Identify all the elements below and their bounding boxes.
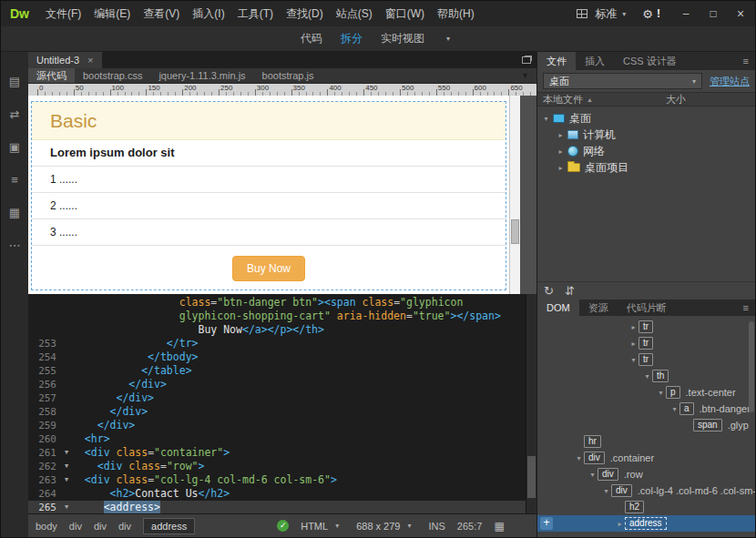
chevron-expanded-icon[interactable]: ▾ — [642, 372, 652, 381]
chevron-expanded-icon[interactable]: ▾ — [574, 454, 584, 462]
chevron-collapsed-icon[interactable]: ▸ — [556, 147, 566, 156]
files-tree-item-1[interactable]: ▸计算机 — [537, 127, 755, 143]
menu-item-3[interactable]: 插入(I) — [186, 6, 230, 22]
code-line-254[interactable]: 254 </tbody> — [28, 350, 536, 364]
assets-icon[interactable]: ▦ — [9, 207, 20, 218]
fold-marker-icon[interactable]: ▼ — [61, 460, 72, 473]
chevron-expanded-icon[interactable]: ▾ — [541, 115, 551, 123]
code-scrollbar[interactable] — [526, 294, 536, 513]
dom-node-div-9[interactable]: ▾div.row — [537, 466, 755, 482]
dom-node-span-6[interactable]: span.glyp — [537, 417, 755, 433]
chevron-expanded-icon[interactable]: ▾ — [601, 487, 611, 495]
dom-node-p-4[interactable]: ▾p.text-center — [537, 384, 755, 401]
dom-node-tr-0[interactable]: ▸tr — [537, 319, 755, 335]
design-view[interactable]: Basic Lorem ipsum dolor sit 1 ......2 ..… — [28, 96, 536, 294]
chevron-expanded-icon[interactable]: ▾ — [587, 471, 598, 479]
dom-node-tr-2[interactable]: ▾tr — [537, 351, 755, 368]
dom-node-h2-11[interactable]: h2 — [537, 499, 755, 515]
code-line-253[interactable]: 253 </tr> — [28, 337, 536, 350]
fold-marker-icon[interactable]: ▼ — [61, 501, 72, 513]
view-mode-0[interactable]: 代码 — [301, 31, 322, 46]
code-navigator-icon[interactable]: ⇄ — [10, 108, 20, 120]
code-line[interactable]: class="btn-danger btn"><span class="glyp… — [28, 296, 536, 310]
dom-panel-menu-icon[interactable]: ≡ — [737, 299, 755, 316]
dom-node-tr-1[interactable]: ▸tr — [537, 335, 755, 351]
dom-tab-0[interactable]: DOM — [537, 299, 579, 316]
dom-tab-1[interactable]: 资源 — [579, 299, 618, 316]
files-tree-item-3[interactable]: ▸桌面项目 — [537, 159, 755, 176]
chevron-collapsed-icon[interactable]: ▸ — [556, 131, 566, 139]
extract-panel-icon[interactable]: ▣ — [9, 141, 20, 153]
dom-node-th-3[interactable]: ▾th — [537, 368, 755, 384]
gear-icon[interactable]: ⚙ — [642, 7, 653, 21]
outline-icon[interactable]: ≡ — [11, 174, 18, 186]
open-documents-icon[interactable]: ▤ — [9, 76, 20, 87]
menu-item-2[interactable]: 查看(V) — [137, 6, 186, 22]
code-line[interactable]: Buy Now</a></p></th> — [28, 323, 536, 337]
code-line-262[interactable]: 262▼ <div class="row"> — [28, 460, 536, 473]
code-line-264[interactable]: 264 <h2>Contact Us</h2> — [28, 487, 536, 501]
dom-node-div-10[interactable]: ▾div.col-lg-4 .col-md-6 .col-sm-6 — [537, 482, 755, 499]
add-element-button[interactable]: + — [540, 517, 553, 530]
chevron-collapsed-icon[interactable]: ▸ — [615, 520, 625, 528]
list-group-header[interactable]: Lorem ipsum dolor sit — [32, 140, 506, 167]
tag-selector-div[interactable]: div — [69, 521, 82, 532]
related-file-1[interactable]: bootstrap.css — [75, 68, 150, 83]
dom-node-hr-7[interactable]: hr — [537, 433, 755, 450]
local-files-column-header[interactable]: 本地文件 — [543, 93, 583, 107]
files-tree-item-0[interactable]: ▾桌面 — [537, 110, 755, 127]
chevron-collapsed-icon[interactable]: ▸ — [628, 340, 639, 348]
fold-marker-icon[interactable]: ▼ — [61, 473, 72, 487]
minimize-button[interactable]: – — [673, 1, 699, 26]
code-view[interactable]: class="btn-danger btn"><span class="glyp… — [28, 294, 536, 513]
live-view-caret-icon[interactable]: ▾ — [446, 35, 450, 43]
design-list-item-0[interactable]: 1 ...... — [32, 167, 506, 193]
related-files-filter-icon[interactable]: ▼ — [521, 71, 529, 80]
code-line-257[interactable]: 257 </div> — [28, 391, 536, 405]
code-line-256[interactable]: 256 </div> — [28, 378, 536, 391]
menu-item-7[interactable]: 窗口(W) — [379, 6, 431, 22]
chevron-expanded-icon[interactable]: ▾ — [656, 389, 666, 397]
tab-close-icon[interactable]: × — [87, 55, 93, 66]
menu-item-8[interactable]: 帮助(H) — [431, 6, 481, 22]
code-line-255[interactable]: 255 </table> — [28, 364, 536, 378]
tag-selector-body[interactable]: body — [36, 521, 57, 532]
chevron-collapsed-icon[interactable]: ▸ — [628, 323, 639, 331]
manage-sites-link[interactable]: 管理站点 — [710, 75, 750, 88]
window-size-dropdown[interactable]: 688 x 279 ▾ — [356, 521, 416, 532]
files-tab-0[interactable]: 文件 — [537, 52, 576, 70]
code-line-265[interactable]: 265▼ <address> — [28, 501, 536, 513]
more-tools-icon[interactable]: ⋯ — [9, 239, 21, 251]
tag-selector-div[interactable]: div — [94, 521, 107, 532]
view-mode-1[interactable]: 拆分 — [341, 31, 363, 46]
dom-tab-2[interactable]: 代码片断 — [618, 299, 676, 316]
layout-grid-icon[interactable]: ▦ — [494, 520, 504, 533]
expand-document-icon[interactable] — [522, 56, 531, 64]
related-file-0[interactable]: 源代码 — [28, 68, 75, 83]
workspace-switcher[interactable]: 标准 — [595, 6, 617, 22]
site-dropdown[interactable]: 桌面 ▾ — [543, 73, 702, 89]
fold-marker-icon[interactable]: ▼ — [61, 446, 72, 460]
related-file-3[interactable]: bootstrap.js — [254, 68, 322, 83]
refresh-icon[interactable]: ↻ — [544, 284, 554, 298]
code-line-261[interactable]: 261▼ <div class="container"> — [28, 446, 536, 460]
files-tab-2[interactable]: CSS 设计器 — [614, 52, 686, 70]
buy-now-button[interactable]: Buy Now — [232, 256, 305, 281]
code-line-259[interactable]: 259 </div> — [28, 419, 536, 432]
related-file-2[interactable]: jquery-1.11.3.min.js — [150, 68, 253, 83]
menu-item-4[interactable]: 工具(T) — [231, 6, 280, 22]
get-put-icon[interactable]: ⇵ — [565, 284, 575, 298]
notification-badge[interactable]: ! — [657, 7, 660, 20]
view-mode-2[interactable]: 实时视图 — [381, 31, 424, 46]
menu-item-5[interactable]: 查找(D) — [280, 6, 330, 22]
files-tree-item-2[interactable]: ▸网络 — [537, 143, 755, 159]
files-panel-menu-icon[interactable]: ≡ — [737, 52, 755, 70]
panel-heading-band[interactable]: Basic — [32, 102, 506, 140]
code-line-258[interactable]: 258 </div> — [28, 405, 536, 419]
document-tab[interactable]: Untitled-3 × — [28, 52, 102, 68]
maximize-button[interactable]: □ — [700, 1, 726, 26]
workspace-caret-icon[interactable]: ▾ — [622, 10, 626, 18]
design-list-item-2[interactable]: 3 ...... — [32, 219, 506, 246]
dom-node-div-8[interactable]: ▾div.container — [537, 450, 755, 466]
chevron-expanded-icon[interactable]: ▾ — [669, 405, 679, 413]
